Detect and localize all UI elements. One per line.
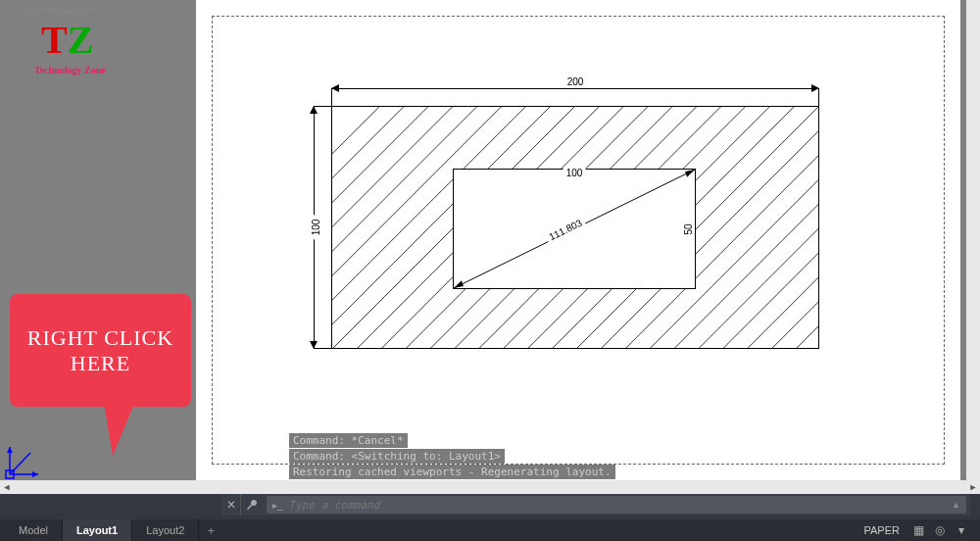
svg-line-34 [10, 453, 30, 474]
dimension-top: 200 [331, 78, 819, 98]
vertical-scrollbar[interactable] [966, 0, 980, 480]
scroll-right-icon[interactable]: ► [966, 480, 980, 494]
logo-letter-t: T [41, 18, 68, 62]
cmd-history-line: Restoring cached viewports - Regeneratin… [289, 465, 615, 479]
command-input-bar: ✕ ▸_ ▲ [221, 494, 970, 516]
command-input[interactable] [289, 499, 953, 512]
svg-marker-36 [7, 447, 13, 453]
svg-line-23 [698, 107, 818, 349]
space-label: PAPER [864, 524, 900, 536]
dim-inner-width: 100 [564, 168, 586, 178]
prompt-icon: ▸_ [272, 500, 283, 511]
ucs-icon [5, 443, 42, 480]
add-tab-button[interactable]: + [199, 519, 222, 541]
dimension-left: 100 [304, 106, 323, 349]
chevron-up-icon[interactable]: ▲ [952, 500, 960, 510]
status-right: PAPER ▦ ◎ ▾ [864, 519, 980, 541]
layout-tabs: Model Layout1 Layout2 + [5, 519, 222, 541]
logo-url: www.technologyzone.in [20, 5, 103, 15]
callout-text: RIGHT CLICK HERE [20, 325, 181, 376]
svg-marker-30 [685, 170, 695, 177]
callout-tail [103, 397, 137, 456]
scroll-left-icon[interactable]: ◄ [0, 480, 14, 494]
cmd-history-line: Command: <Switching to: Layout1> [289, 449, 505, 464]
drawing: 200 100 [294, 69, 843, 372]
command-history: Command: *Cancel* Command: <Switching to… [289, 433, 946, 480]
canvas-area[interactable]: 200 100 [0, 0, 980, 480]
logo-tagline: Technology Zone [34, 65, 106, 75]
wrench-icon[interactable] [241, 494, 263, 516]
dim-outer-height: 100 [311, 216, 321, 240]
logo-letter-z: Z [68, 18, 94, 62]
command-prompt[interactable]: ▸_ ▲ [267, 496, 966, 514]
svg-line-27 [796, 107, 818, 349]
tab-model[interactable]: Model [5, 519, 63, 541]
svg-line-3 [332, 107, 453, 349]
target-icon[interactable]: ◎ [929, 519, 951, 541]
logo: www.technologyzone.in TZ Technology Zone [20, 5, 137, 83]
outer-rectangle: 100 50 111.803 [331, 106, 819, 349]
tab-layout2[interactable]: Layout2 [132, 519, 199, 541]
scroll-track[interactable] [14, 480, 966, 494]
inner-rectangle: 100 50 111.803 [453, 169, 696, 289]
horizontal-scrollbar[interactable]: ◄ ► [0, 480, 980, 494]
cmd-history-line: Command: *Cancel* [289, 433, 408, 448]
bottom-bar: Model Layout1 Layout2 + PAPER ▦ ◎ ▾ [0, 519, 980, 541]
grid-icon[interactable]: ▦ [907, 519, 929, 541]
close-icon[interactable]: ✕ [221, 494, 241, 516]
svg-marker-29 [454, 280, 464, 288]
tab-layout1[interactable]: Layout1 [63, 519, 132, 541]
paper-space[interactable]: 200 100 [196, 0, 960, 480]
svg-marker-35 [32, 471, 38, 477]
dim-outer-width: 200 [564, 76, 588, 87]
chevron-down-icon[interactable]: ▾ [951, 519, 972, 541]
dim-inner-height: 50 [683, 221, 694, 237]
callout-bubble: RIGHT CLICK HERE [10, 294, 191, 407]
